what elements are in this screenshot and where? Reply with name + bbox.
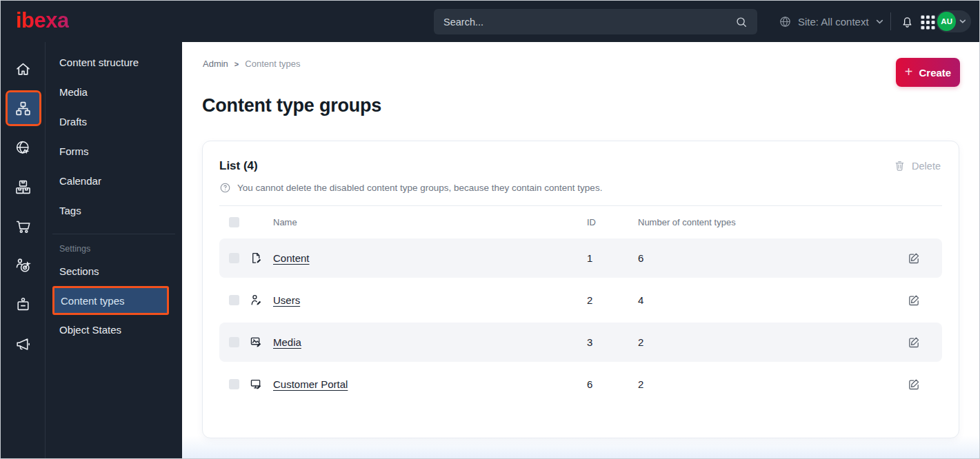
image-edit-icon xyxy=(250,336,263,349)
group-link[interactable]: Customer Portal xyxy=(273,378,348,390)
table-header: Name ID Number of content types xyxy=(219,206,942,238)
column-header-name: Name xyxy=(273,217,587,227)
secondary-sidebar: Content structure Media Drafts Forms Cal… xyxy=(46,42,182,459)
help-circle-icon xyxy=(219,182,231,194)
group-count: 2 xyxy=(638,336,908,348)
row-checkbox[interactable] xyxy=(229,253,239,263)
sidebar-item-tags[interactable]: Tags xyxy=(46,196,182,225)
monitor-edit-icon xyxy=(250,378,263,391)
home-icon xyxy=(14,61,32,78)
id-badge-icon xyxy=(14,296,32,314)
megaphone-icon xyxy=(14,336,32,353)
site-context-selector[interactable]: Site: All context xyxy=(779,10,884,32)
select-all-checkbox[interactable] xyxy=(229,217,239,227)
sidebar-item-object-states[interactable]: Object States xyxy=(46,315,182,345)
table-row: Customer Portal 6 2 xyxy=(219,365,942,404)
personalization-target-icon xyxy=(14,257,32,274)
chevron-down-icon xyxy=(959,17,967,26)
plus-icon: + xyxy=(905,65,913,79)
sidebar-item-admin[interactable] xyxy=(8,289,39,320)
search-icon[interactable] xyxy=(735,16,748,28)
table-row: Users 2 4 xyxy=(219,280,942,320)
group-id: 2 xyxy=(587,294,638,306)
group-id: 6 xyxy=(587,378,638,390)
global-search[interactable] xyxy=(434,9,757,34)
group-count: 4 xyxy=(638,294,908,306)
topbar-divider xyxy=(890,12,891,30)
column-header-count: Number of content types xyxy=(638,217,908,227)
sidebar-item-content-types[interactable]: Content types xyxy=(52,286,169,315)
sidebar-item-campaigns[interactable] xyxy=(8,328,39,360)
trash-icon xyxy=(894,160,906,172)
notifications-button[interactable] xyxy=(899,13,915,30)
main-content: Admin > Content types + Create Content t… xyxy=(182,42,980,459)
create-button[interactable]: + Create xyxy=(896,58,960,87)
chevron-down-icon xyxy=(875,17,884,26)
cart-icon xyxy=(14,218,32,235)
edit-icon xyxy=(908,294,921,307)
delete-button[interactable]: Delete xyxy=(894,160,941,172)
sidebar-item-forms[interactable]: Forms xyxy=(46,136,182,166)
group-link[interactable]: Media xyxy=(273,336,301,348)
breadcrumb-current: Content types xyxy=(245,59,300,69)
sidebar-item-personalization[interactable] xyxy=(8,249,39,281)
app-switcher-button[interactable] xyxy=(919,14,936,30)
site-context-label: Site: All context xyxy=(798,16,869,28)
page-title: Content type groups xyxy=(202,95,381,116)
table-row: Media 3 2 xyxy=(219,323,942,362)
row-checkbox[interactable] xyxy=(229,379,239,389)
group-count: 2 xyxy=(638,378,908,390)
user-edit-icon xyxy=(250,294,263,307)
avatar: AU xyxy=(937,12,956,31)
list-info: You cannot delete the disabled content t… xyxy=(219,182,942,194)
file-edit-icon xyxy=(250,252,263,265)
group-link[interactable]: Content xyxy=(273,252,310,264)
sitemap-icon xyxy=(14,100,32,117)
sidebar-item-commerce[interactable] xyxy=(8,210,39,242)
sidebar-item-calendar[interactable]: Calendar xyxy=(46,166,182,196)
sidebar-item-products[interactable] xyxy=(8,171,39,203)
search-input[interactable] xyxy=(443,17,735,28)
row-checkbox[interactable] xyxy=(229,337,239,347)
main-icon-sidebar xyxy=(1,42,46,459)
group-id: 3 xyxy=(587,336,638,348)
sidebar-item-sections[interactable]: Sections xyxy=(46,256,182,286)
sidebar-item-drafts[interactable]: Drafts xyxy=(46,107,182,136)
breadcrumb-separator: > xyxy=(234,60,239,68)
sidebar-settings-label: Settings xyxy=(46,234,182,256)
row-checkbox[interactable] xyxy=(229,295,239,305)
sidebar-item-content-structure[interactable]: Content structure xyxy=(46,48,182,77)
app-window: ibexa Site: All context AU xyxy=(0,0,980,459)
edit-group-button[interactable] xyxy=(908,376,924,393)
ibexa-logo[interactable]: ibexa xyxy=(16,8,69,33)
group-count: 6 xyxy=(638,252,908,264)
content-type-groups-card: List (4) You cannot delete the disabled … xyxy=(202,141,959,438)
products-boxes-icon xyxy=(14,178,32,196)
content-type-groups-table: Name ID Number of content types Content … xyxy=(219,205,942,404)
sidebar-item-site[interactable] xyxy=(8,132,39,163)
edit-icon xyxy=(908,336,921,349)
column-header-id: ID xyxy=(587,217,638,227)
site-globe-icon xyxy=(14,139,32,156)
bottom-gradient xyxy=(182,436,980,459)
edit-group-button[interactable] xyxy=(908,334,924,351)
group-link[interactable]: Users xyxy=(273,294,300,306)
sidebar-item-dashboard[interactable] xyxy=(8,53,39,85)
list-title: List (4) xyxy=(219,159,942,173)
top-bar: ibexa Site: All context AU xyxy=(1,1,979,42)
edit-icon xyxy=(908,252,921,265)
table-row: Content 1 6 xyxy=(219,238,942,278)
group-id: 1 xyxy=(587,252,638,264)
globe-icon xyxy=(779,15,792,28)
edit-group-button[interactable] xyxy=(908,292,924,309)
user-menu[interactable]: AU xyxy=(936,10,971,32)
grid-icon xyxy=(921,15,935,30)
sidebar-item-media[interactable]: Media xyxy=(46,77,182,107)
edit-icon xyxy=(908,378,921,391)
breadcrumb-admin[interactable]: Admin xyxy=(203,59,228,69)
breadcrumb: Admin > Content types xyxy=(203,59,301,69)
bell-icon xyxy=(900,14,914,29)
list-info-text: You cannot delete the disabled content t… xyxy=(237,183,602,193)
sidebar-item-content[interactable] xyxy=(8,92,39,124)
edit-group-button[interactable] xyxy=(908,250,924,267)
